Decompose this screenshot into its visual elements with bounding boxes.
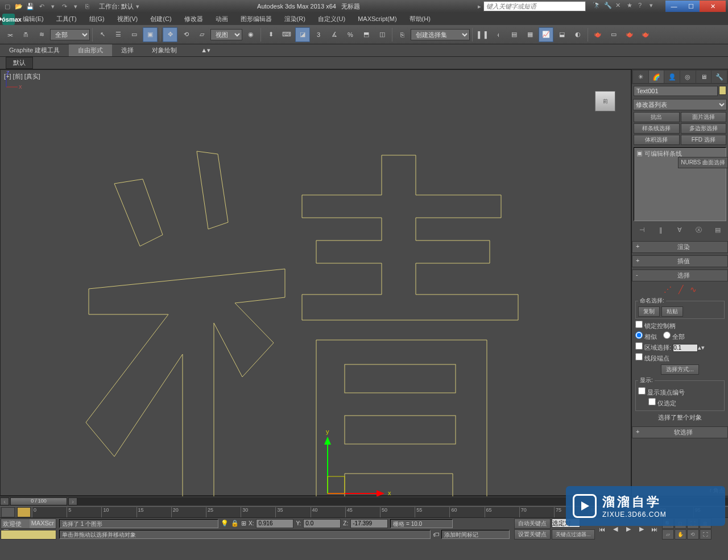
align-icon[interactable]: ⫞ xyxy=(491,27,506,42)
tab-freeform[interactable]: 自由形式 xyxy=(69,44,112,56)
object-color-swatch[interactable] xyxy=(719,86,726,95)
schematic-icon[interactable]: ⬓ xyxy=(555,27,569,42)
bind-icon[interactable]: ≋ xyxy=(34,27,49,42)
binoculars-icon[interactable]: 🔭 xyxy=(593,2,602,11)
select-icon[interactable]: ↖ xyxy=(95,27,110,42)
only-selected-check[interactable]: 仅选定 xyxy=(648,398,722,408)
btn-extrude[interactable]: 抗出 xyxy=(634,112,680,122)
time-tag-icon[interactable]: 🏷 xyxy=(433,531,439,538)
exchange-icon[interactable]: ✕ xyxy=(615,2,624,11)
paste-button[interactable]: 粘贴 xyxy=(661,306,683,317)
maximize-viewport-icon[interactable]: ⛶ xyxy=(700,529,712,540)
workspace-dd-icon[interactable]: ▾ xyxy=(136,3,139,10)
autokey-button[interactable]: 自动关键点 xyxy=(514,518,551,529)
select-region-icon[interactable]: ▭ xyxy=(127,27,142,42)
btn-volsel[interactable]: 体积选择 xyxy=(634,135,680,145)
vertex-subobj-icon[interactable]: ⋰ xyxy=(664,285,672,294)
lock-selection-icon[interactable]: 🔒 xyxy=(231,520,239,527)
timeslider-next[interactable]: › xyxy=(68,497,77,505)
timeslider-handle[interactable]: 0 / 100 xyxy=(10,497,67,505)
viewcube[interactable]: 前 xyxy=(591,87,619,115)
menu-edit[interactable]: 编辑(E) xyxy=(17,14,49,24)
tab-selection[interactable]: 选择 xyxy=(112,44,143,56)
viewcube-face[interactable]: 前 xyxy=(595,91,615,111)
keyfilter-button[interactable]: 关键点过滤器... xyxy=(552,529,595,540)
add-time-tag[interactable]: 添加时间标记 xyxy=(441,530,510,539)
selection-filter[interactable]: 全部 xyxy=(50,29,90,40)
btn-polysel[interactable]: 多边形选择 xyxy=(681,123,727,134)
all-radio[interactable]: 全部 xyxy=(663,333,685,340)
configure-icon[interactable]: ▤ xyxy=(713,225,723,235)
menu-grapheditors[interactable]: 图形编辑器 xyxy=(235,14,278,24)
btn-patchsel[interactable]: 面片选择 xyxy=(681,112,727,122)
render-setup-icon[interactable]: 🫖 xyxy=(590,27,605,42)
tab-modify-icon[interactable]: 🌈 xyxy=(649,70,664,83)
tab-motion-icon[interactable]: ◎ xyxy=(680,70,696,83)
color-swatch[interactable] xyxy=(1,530,56,540)
menu-create[interactable]: 创建(C) xyxy=(144,14,177,24)
workspace-label[interactable]: 工作台: 默认 xyxy=(99,2,134,11)
curve-editor-icon[interactable]: 📈 xyxy=(539,27,553,42)
menu-maxscript[interactable]: MAXScript(M) xyxy=(352,14,402,23)
close-button[interactable]: ✕ xyxy=(700,1,726,12)
remove-mod-icon[interactable]: ⓧ xyxy=(694,225,704,235)
fov-icon[interactable]: ▱ xyxy=(662,529,674,540)
link-icon[interactable]: ⎘ xyxy=(82,1,92,11)
undo-dd-icon[interactable]: ▾ xyxy=(48,1,58,11)
new-icon[interactable]: ▢ xyxy=(2,1,13,11)
select-by-button[interactable]: 选择方式... xyxy=(661,364,698,375)
timeline-config-icon[interactable] xyxy=(1,507,15,517)
segment-end-check[interactable]: 线段端点 xyxy=(635,353,725,363)
rollout-selection[interactable]: -选择 xyxy=(632,269,728,281)
rollout-interp[interactable]: +插值 xyxy=(632,255,728,267)
copy-button[interactable]: 复制 xyxy=(638,306,660,317)
app-logo[interactable]: �ósmax xyxy=(2,14,15,25)
setkey-button[interactable]: 设置关键点 xyxy=(514,529,551,540)
minimize-button[interactable]: — xyxy=(665,1,682,12)
favorite-icon[interactable]: ★ xyxy=(627,2,636,11)
redo-dd-icon[interactable]: ▾ xyxy=(71,1,81,11)
timeline-key-icon[interactable] xyxy=(17,507,31,517)
segment-subobj-icon[interactable]: ╱ xyxy=(679,285,683,294)
help-icon[interactable]: ? xyxy=(638,2,647,11)
move-icon[interactable]: ✥ xyxy=(163,27,177,42)
infocenter-icon[interactable]: ▸ xyxy=(478,3,481,10)
save-icon[interactable]: 💾 xyxy=(25,1,35,11)
menu-group[interactable]: 组(G) xyxy=(84,14,110,24)
tab-utilities-icon[interactable]: 🔧 xyxy=(712,70,727,83)
lock-icon[interactable]: 💡 xyxy=(221,520,229,527)
rollout-softsel[interactable]: +软选择 xyxy=(632,426,728,438)
redo-icon[interactable]: ↷ xyxy=(59,1,69,11)
tab-display-icon[interactable]: 🖥 xyxy=(696,70,712,83)
show-end-icon[interactable]: ‖ xyxy=(656,225,666,235)
keyboard-shortcut-icon[interactable]: ⌨ xyxy=(279,27,294,42)
search-input[interactable] xyxy=(483,1,586,11)
z-coord-input[interactable] xyxy=(350,519,388,528)
spinner-snap-icon[interactable]: ⬒ xyxy=(359,27,374,42)
area-value-input[interactable] xyxy=(673,344,698,352)
named-selection-set[interactable]: 创建选择集 xyxy=(411,29,470,40)
layer-manager-icon[interactable]: ▦ xyxy=(523,27,537,42)
menu-rendering[interactable]: 渲染(R) xyxy=(279,14,311,24)
manipulate-icon[interactable]: ⬍ xyxy=(263,27,278,42)
unlink-icon[interactable]: ⫚ xyxy=(18,27,33,42)
pivot-icon[interactable]: ◉ xyxy=(243,27,258,42)
btn-ffdsel[interactable]: FFD 选择 xyxy=(681,135,727,145)
dd-icon[interactable]: ▾ xyxy=(650,2,659,11)
pin-stack-icon[interactable]: ⊣ xyxy=(637,225,647,235)
btn-nurbs[interactable]: NURBS 曲面选择 xyxy=(678,157,728,168)
link-icon[interactable]: ⫘ xyxy=(2,27,17,42)
rotate-icon[interactable]: ⟲ xyxy=(179,27,193,42)
menu-tools[interactable]: 工具(T) xyxy=(51,14,82,24)
layers-icon[interactable]: ▤ xyxy=(507,27,522,42)
scale-icon[interactable]: ▱ xyxy=(195,27,209,42)
lock-handles-check[interactable]: 锁定控制柄 xyxy=(635,321,725,330)
angle-snap-icon[interactable]: ∡ xyxy=(327,27,342,42)
open-icon[interactable]: 📂 xyxy=(14,1,24,11)
tab-create-icon[interactable]: ✳ xyxy=(633,70,648,83)
key-icon[interactable]: 🔧 xyxy=(604,2,613,11)
render-frame-icon[interactable]: ▭ xyxy=(606,27,621,42)
modifier-list[interactable]: 修改器列表 xyxy=(633,99,727,110)
coord-display-icon[interactable]: ⊞ xyxy=(241,520,246,527)
menu-views[interactable]: 视图(V) xyxy=(111,14,144,24)
